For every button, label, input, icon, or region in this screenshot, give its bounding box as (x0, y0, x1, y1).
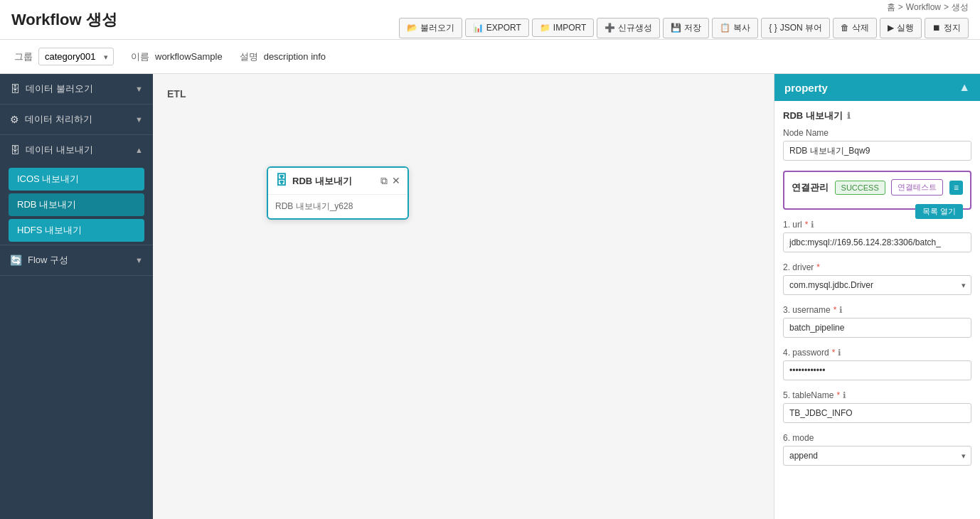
sidebar-item-hdfs[interactable]: HDFS 내보내기 (9, 219, 144, 242)
play-icon: ▶ (888, 23, 894, 33)
driver-select[interactable]: com.mysql.jdbc.Driver org.postgresql.Dri… (783, 275, 971, 295)
process-chevron-icon: ▼ (135, 115, 143, 124)
etl-node-header: 🗄 RDB 내보내기 ⧉ ✕ (268, 168, 408, 195)
group-select[interactable]: category001 (38, 48, 114, 65)
name-item: 이름 workflowSample (131, 50, 223, 63)
canvas-label: ETL (167, 88, 186, 100)
username-required: * (833, 305, 837, 315)
node-name-label: Node Name (783, 128, 971, 138)
sidebar-section-process-header[interactable]: ⚙ 데이터 처리하기 ▼ (0, 105, 153, 134)
node-name-input[interactable] (783, 141, 971, 161)
property-panel-header: property ▲ (774, 74, 980, 101)
sidebar-item-icos[interactable]: ICOS 내보내기 (9, 168, 144, 191)
export-icon: 📊 (473, 23, 484, 33)
process-section-icon: ⚙ (10, 114, 19, 125)
sidebar-export-label: 데이터 내보내기 (26, 144, 135, 156)
etl-close-icon[interactable]: ✕ (392, 175, 400, 187)
url-required: * (805, 220, 809, 230)
url-info-icon[interactable]: ℹ (811, 220, 814, 230)
url-input[interactable] (783, 232, 971, 252)
canvas-area[interactable]: ETL 🗄 RDB 내보내기 ⧉ ✕ RDB 내보내기_y628 (153, 74, 774, 519)
export-button[interactable]: 📊 EXPORT (465, 18, 529, 37)
mode-select[interactable]: append overwrite ignore error (783, 446, 971, 466)
etl-copy-icon[interactable]: ⧉ (380, 175, 388, 187)
node-name-field: Node Name (783, 128, 971, 161)
breadcrumb-sep1: > (898, 2, 903, 12)
desc-value: description info (264, 51, 326, 62)
etl-node[interactable]: 🗄 RDB 내보내기 ⧉ ✕ RDB 내보내기_y628 (267, 166, 409, 220)
copy-icon: 📋 (720, 23, 730, 33)
rdb-label: RDB 내보내기 (17, 199, 76, 210)
mode-label: 6. mode (783, 433, 971, 443)
password-input[interactable] (783, 360, 971, 380)
header-right: 홈 > Workflow > 생성 📂 불러오기 📊 EXPORT 📁 IMPO… (399, 1, 969, 38)
username-info-icon[interactable]: ℹ (839, 305, 843, 315)
username-label: 3. username * ℹ (783, 305, 971, 315)
load-icon: 📂 (407, 23, 417, 33)
copy-button[interactable]: 📋 복사 (712, 18, 758, 38)
name-label: 이름 (131, 50, 149, 63)
flow-section-icon: 🔄 (10, 255, 22, 266)
load-section-icon: 🗄 (10, 83, 20, 95)
import-button[interactable]: 📁 IMPORT (532, 18, 594, 37)
connection-test-button[interactable]: 연결테스트 (891, 179, 943, 196)
connection-label: 연결관리 (792, 181, 829, 194)
breadcrumb-sep2: > (944, 2, 949, 12)
new-icon: ➕ (604, 23, 615, 33)
breadcrumb-home[interactable]: 홈 (887, 1, 895, 14)
tablename-field: 5. tableName * ℹ (783, 390, 971, 423)
page-title: Workflow 생성 (11, 9, 117, 31)
sidebar-section-export: 🗄 데이터 내보내기 ▲ ICOS 내보내기 RDB 내보내기 HDFS 내보내… (0, 135, 153, 245)
driver-required: * (816, 262, 820, 272)
sidebar-section-flow: 🔄 Flow 구성 ▼ (0, 245, 153, 276)
driver-select-wrap: com.mysql.jdbc.Driver org.postgresql.Dri… (783, 275, 971, 295)
import-icon: 📁 (540, 23, 550, 33)
username-field: 3. username * ℹ (783, 305, 971, 338)
tablename-label: 5. tableName * ℹ (783, 390, 971, 400)
property-panel: property ▲ RDB 내보내기 ℹ Node Name 연결관리 SUC… (774, 74, 980, 519)
desc-item: 설명 description info (240, 50, 326, 63)
stop-button[interactable]: ⏹ 정지 (925, 18, 969, 38)
property-collapse-icon[interactable]: ▲ (959, 81, 970, 94)
mode-select-wrap: append overwrite ignore error (783, 446, 971, 466)
sidebar-load-label: 데이터 불러오기 (26, 82, 135, 95)
group-label: 그룹 (14, 50, 33, 63)
load-button[interactable]: 📂 불러오기 (399, 18, 462, 38)
export-chevron-icon: ▲ (135, 146, 143, 154)
sidebar-process-label: 데이터 처리하기 (25, 113, 135, 126)
json-view-button[interactable]: { } JSON 뷰어 (761, 18, 830, 38)
password-info-icon[interactable]: ℹ (838, 348, 841, 358)
play-button[interactable]: ▶ 실행 (880, 18, 922, 38)
stop-icon: ⏹ (932, 23, 941, 33)
etl-node-title: 🗄 RDB 내보내기 (275, 173, 352, 188)
etl-node-subtitle: RDB 내보내기_y628 (275, 201, 353, 211)
icos-label: ICOS 내보내기 (17, 173, 79, 184)
property-section-title: RDB 내보내기 ℹ (783, 109, 971, 122)
new-button[interactable]: ➕ 신규생성 (597, 18, 660, 38)
password-field: 4. password * ℹ (783, 348, 971, 380)
save-button[interactable]: 💾 저장 (663, 18, 709, 38)
connection-list-button[interactable]: ≡ (949, 181, 963, 195)
main-layout: 🗄 데이터 불러오기 ▼ ⚙ 데이터 처리하기 ▼ 🗄 데이터 내보내기 ▲ I… (0, 74, 980, 519)
json-view-icon: { } (769, 23, 777, 33)
property-body: RDB 내보내기 ℹ Node Name 연결관리 SUCCESS 연결테스트 … (774, 101, 980, 484)
group-item: 그룹 category001 (14, 48, 114, 65)
delete-icon: 🗑 (841, 23, 849, 33)
tablename-info-icon[interactable]: ℹ (843, 390, 846, 400)
db-icon: 🗄 (275, 173, 288, 188)
connection-open-button[interactable]: 목록 열기 (915, 204, 963, 219)
tablename-input[interactable] (783, 403, 971, 423)
mode-field: 6. mode append overwrite ignore error (783, 433, 971, 466)
delete-button[interactable]: 🗑 삭제 (833, 18, 877, 38)
tablename-required: * (836, 390, 840, 400)
section-info-icon[interactable]: ℹ (847, 111, 851, 121)
breadcrumb-workflow[interactable]: Workflow (906, 2, 941, 12)
flow-chevron-icon: ▼ (135, 256, 143, 264)
sidebar-section-export-header[interactable]: 🗄 데이터 내보내기 ▲ (0, 135, 153, 165)
sidebar-section-flow-header[interactable]: 🔄 Flow 구성 ▼ (0, 245, 153, 275)
name-value: workflowSample (155, 51, 223, 62)
sidebar-item-rdb[interactable]: RDB 내보내기 (9, 193, 144, 216)
username-input[interactable] (783, 318, 971, 338)
sidebar-section-load-header[interactable]: 🗄 데이터 불러오기 ▼ (0, 74, 153, 104)
password-label: 4. password * ℹ (783, 348, 971, 358)
